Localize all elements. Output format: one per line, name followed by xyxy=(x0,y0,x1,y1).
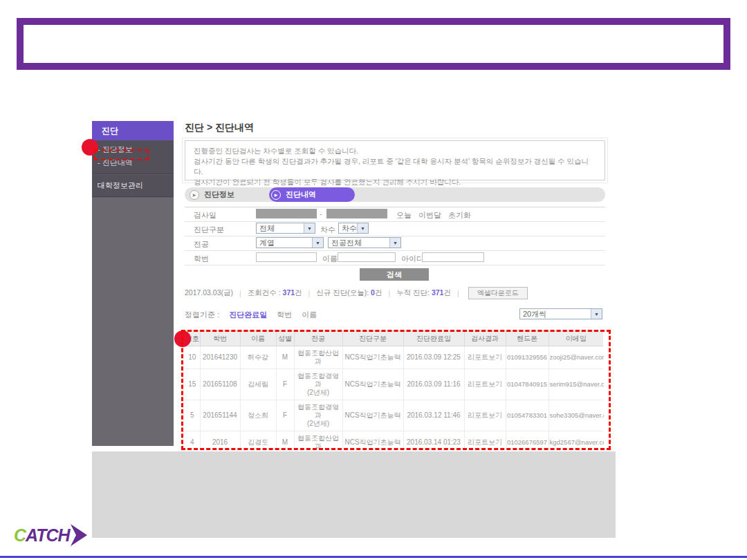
sidebar: 진단 - 진단정보 - 진단내역 대학정보관리 xyxy=(92,121,174,446)
reset-link[interactable]: 초기화 xyxy=(448,210,471,221)
stat-unit: 건 xyxy=(443,288,451,297)
name-label: 이름 xyxy=(322,254,338,264)
notice-line: 검사기간 동안 다른 학생의 진단결과가 추가될 경우, 리포트 중 '같은 대… xyxy=(194,156,596,177)
chevron-down-icon: ▼ xyxy=(312,238,323,248)
annotation-dashed-box-sidebar xyxy=(94,149,149,160)
this-month-link[interactable]: 이번달 xyxy=(418,210,441,221)
stat-unit: 건 xyxy=(375,288,382,297)
field-label: 전공 xyxy=(194,239,209,250)
userid-label: 아이디 xyxy=(401,254,424,264)
stat-item: 조회건수 : 371건 xyxy=(248,288,302,298)
play-icon: ▶ xyxy=(190,190,199,200)
today-link[interactable]: 오늘 xyxy=(396,210,412,221)
play-icon: ▶ xyxy=(271,190,281,200)
sort-key-name[interactable]: 이름 xyxy=(302,310,317,320)
bottom-accent-line xyxy=(0,556,747,558)
select-value: 차수 xyxy=(342,223,357,234)
annotation-dashed-box-table xyxy=(181,330,611,450)
tab-label: 진단정보 xyxy=(204,189,234,200)
logo-text: CATCH xyxy=(14,527,70,544)
sort-bar: 정렬기준 : 진단완료일 학번 이름 20개씩 ▼ xyxy=(185,308,605,321)
separator: | xyxy=(239,289,241,297)
userid-input[interactable] xyxy=(422,252,484,262)
form-row-test-date: 검사일 - 오늘 이번달 초기화 xyxy=(185,207,605,222)
notice-line: 진행중인 진단검사는 차수별로 조회할 수 있습니다. xyxy=(194,146,596,156)
stats-date: 2017.03.03(금) xyxy=(185,288,233,298)
select-value: 계열 xyxy=(259,238,275,248)
field-label: 검사일 xyxy=(194,210,216,221)
page-canvas: 진단 - 진단정보 - 진단내역 대학정보관리 진단 > 진단내역 진행중인 진… xyxy=(0,0,747,560)
logo-letters: ATCH xyxy=(26,525,70,545)
chevron-down-icon: ▼ xyxy=(357,223,368,233)
major-category-select[interactable]: 계열 ▼ xyxy=(256,237,324,248)
breadcrumb: 진단 > 진단내역 xyxy=(185,122,254,134)
form-row-student: 학번 이름 아이디 xyxy=(185,251,605,265)
tab-diagnosis-history[interactable]: ▶ 진단내역 xyxy=(269,187,355,202)
sort-key-completed-date[interactable]: 진단완료일 xyxy=(229,310,267,320)
footer-gray-panel xyxy=(92,451,616,538)
select-value: 전공전체 xyxy=(331,238,362,248)
sidebar-item-university-info[interactable]: 대학정보관리 xyxy=(92,175,174,196)
name-input[interactable] xyxy=(338,252,396,262)
round-label: 차수 xyxy=(320,225,335,235)
notice-box: 진행중인 진단검사는 차수별로 조회할 수 있습니다. 검사기간 동안 다른 학… xyxy=(185,140,605,180)
stat-value: 371 xyxy=(432,288,444,297)
search-button[interactable]: 검색 xyxy=(360,268,429,281)
date-quick-links: 오늘 이번달 초기화 xyxy=(396,210,471,221)
chevron-down-icon: ▼ xyxy=(591,309,602,319)
field-label: 진단구분 xyxy=(194,225,224,235)
major-select[interactable]: 전공전체 ▼ xyxy=(328,237,401,248)
tab-diagnosis-info[interactable]: ▶ 진단정보 xyxy=(190,187,234,202)
date-range-dash: - xyxy=(320,209,322,218)
select-value: 20개씩 xyxy=(523,309,546,319)
search-form: 검사일 - 오늘 이번달 초기화 진단구분 전체 ▼ 차수 차수 ▼ 전공 xyxy=(185,207,605,265)
stat-label: 누적 진단: xyxy=(396,288,430,297)
stats-bar: 2017.03.03(금) | 조회건수 : 371건 | 신규 진단(오늘):… xyxy=(185,288,605,299)
student-id-input[interactable] xyxy=(256,252,317,262)
stat-label: 신규 진단(오늘): xyxy=(316,288,369,297)
stat-label: 조회건수 : xyxy=(248,288,281,297)
form-row-major: 전공 계열 ▼ 전공전체 ▼ xyxy=(185,236,605,251)
separator: | xyxy=(388,289,390,297)
separator: | xyxy=(308,289,311,297)
separator: | xyxy=(457,289,459,297)
stat-item: 신규 진단(오늘): 0건 xyxy=(316,288,382,298)
tab-bar: ▶ 진단정보 ▶ 진단내역 xyxy=(185,187,605,202)
logo-arrow-icon xyxy=(70,523,88,547)
sidebar-header: 진단 xyxy=(92,121,174,140)
stat-item: 누적 진단: 371건 xyxy=(396,288,451,298)
field-label: 학번 xyxy=(194,254,209,264)
tab-label: 진단내역 xyxy=(286,189,316,200)
select-value: 전체 xyxy=(259,223,275,234)
catch-logo: CATCH xyxy=(14,523,88,547)
page-size-select[interactable]: 20개씩 ▼ xyxy=(519,308,602,319)
chevron-down-icon: ▼ xyxy=(389,238,400,248)
stat-value: 371 xyxy=(283,288,295,297)
form-row-diagnosis-type: 진단구분 전체 ▼ 차수 차수 ▼ xyxy=(185,222,605,236)
date-from-input[interactable] xyxy=(256,209,317,218)
round-select[interactable]: 차수 ▼ xyxy=(338,223,369,234)
stat-unit: 건 xyxy=(295,288,302,297)
sort-key-student-id[interactable]: 학번 xyxy=(277,310,292,320)
sort-label: 정렬기준 : xyxy=(185,310,219,320)
chevron-down-icon: ▼ xyxy=(304,223,315,233)
excel-download-button[interactable]: 엑셀다운로드 xyxy=(468,287,528,299)
diagnosis-type-select[interactable]: 전체 ▼ xyxy=(256,223,315,234)
logo-letter-c: C xyxy=(14,525,26,545)
date-to-input[interactable] xyxy=(326,209,387,218)
notice-line: 검사기간이 완료되기 전 학생들이 모두 검사를 완료했는지 관리해 주시기 바… xyxy=(194,177,596,187)
top-banner-box xyxy=(17,18,730,70)
sidebar-divider xyxy=(92,196,174,198)
